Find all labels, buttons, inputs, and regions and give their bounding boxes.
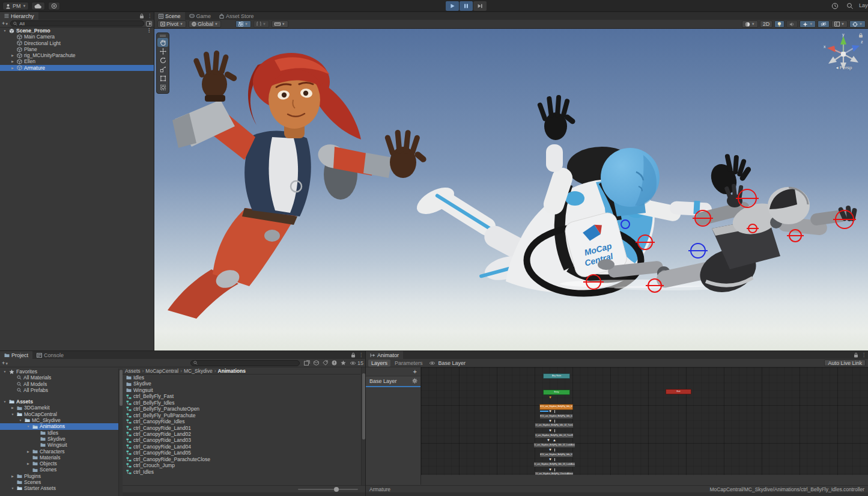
animator-state[interactable]: Any State	[543, 373, 570, 379]
tree-row[interactable]: Materials	[0, 455, 118, 461]
kebab-menu-icon[interactable]: ⋮	[861, 352, 866, 358]
pivot-toggle-button[interactable]: Pivot▼	[157, 20, 186, 28]
file-row[interactable]: ctrl_BellyFly_ParachuteOpen	[123, 406, 360, 412]
animator-state[interactable]: MCU_ani_Skydive_BellyFly_Idle_03_LookAro…	[533, 462, 575, 467]
search-button[interactable]	[846, 2, 854, 10]
camera-overlays-button[interactable]: ▼	[831, 20, 848, 28]
expand-arrow-icon[interactable]: ▶	[10, 58, 15, 64]
tree-row[interactable]: Idles	[0, 430, 118, 436]
transition-arrow[interactable]: ▼	[548, 429, 552, 432]
file-row[interactable]: ctrl_CanopyRide_Land04	[123, 444, 360, 450]
breadcrumb-item[interactable]: Assets ›	[125, 368, 145, 374]
info-icon[interactable]	[332, 360, 337, 366]
layer-settings-button[interactable]	[412, 378, 417, 384]
pause-button[interactable]	[460, 1, 473, 11]
audio-toggle-button[interactable]	[786, 20, 798, 28]
scene-view-tab[interactable]: Game	[185, 12, 216, 20]
hierarchy-row[interactable]: ▶ Ellen	[0, 58, 154, 64]
hierarchy-search-input[interactable]	[19, 21, 141, 26]
scene-view-tab[interactable]: Asset Store	[215, 12, 258, 20]
transition-arrow[interactable]: ▼	[548, 468, 552, 471]
rotate-tool-button[interactable]	[157, 56, 168, 65]
file-row[interactable]: ctrl_Crouch_Jump	[123, 462, 360, 468]
hierarchy-row[interactable]: Directional Light	[0, 40, 154, 46]
2d-toggle-button[interactable]: 2D	[760, 20, 773, 28]
file-row[interactable]: ctrl_BellyFly_Fast	[123, 393, 360, 399]
scene-view-tab[interactable]: Scene	[154, 12, 185, 20]
cloud-button[interactable]	[31, 2, 45, 10]
effects-toggle-button[interactable]: ▼	[800, 20, 816, 28]
auto-live-link-button[interactable]: Auto Live Link	[824, 360, 866, 366]
tree-row[interactable]: ▼ MC_Skydive	[0, 417, 118, 423]
tab-layers[interactable]: Layers	[368, 360, 390, 367]
tree-row[interactable]: ▼ Starter Assets	[0, 485, 118, 491]
transition-arrow[interactable]: ▼	[548, 448, 552, 452]
file-row[interactable]: ctrl_CanopyRide_Land03	[123, 437, 360, 443]
hierarchy-search[interactable]	[10, 20, 144, 26]
tree-scrollbar[interactable]	[118, 369, 123, 496]
gizmos-toggle-button[interactable]: ▼	[849, 20, 866, 28]
project-search[interactable]	[190, 360, 300, 366]
expand-arrow-icon[interactable]: ▼	[2, 369, 7, 375]
lighting-toggle-button[interactable]	[774, 20, 785, 28]
file-row[interactable]: Skydive	[123, 381, 360, 387]
rect-tool-button[interactable]	[157, 74, 168, 83]
tab-hierarchy[interactable]: Hierarchy	[0, 12, 38, 20]
project-console-tab[interactable]: Console	[32, 351, 68, 359]
transition-arrow[interactable]: ▼	[547, 438, 550, 442]
tree-row[interactable]: ▼ Assets	[0, 399, 118, 405]
lock-icon[interactable]	[351, 352, 356, 358]
move-tool-button[interactable]	[157, 47, 168, 56]
create-add-button[interactable]: +▼	[2, 360, 8, 366]
expand-arrow-icon[interactable]: ▼	[10, 411, 15, 417]
favorites-star-icon[interactable]	[341, 360, 346, 366]
file-row[interactable]: Wingsuit	[123, 387, 360, 393]
focus-inspector-icon[interactable]	[304, 360, 310, 366]
undo-history-button[interactable]	[831, 2, 839, 10]
thumbnail-size-slider[interactable]	[298, 489, 358, 490]
expand-arrow-icon[interactable]: ▼	[2, 399, 7, 405]
global-toggle-button[interactable]: Global▼	[189, 20, 221, 28]
animator-state[interactable]: Exit	[666, 389, 691, 394]
services-button[interactable]	[48, 2, 60, 10]
animator-state[interactable]: MCU_ani_Skydive_BellyFly_ChecksAltimeter	[535, 471, 574, 475]
file-scrollbar[interactable]	[361, 367, 365, 485]
transition-arrow[interactable]: ▼	[548, 458, 552, 461]
file-row[interactable]: ctrl_BellyFly_Idles	[123, 400, 360, 406]
expand-arrow-icon[interactable]: ▶	[26, 449, 31, 455]
hierarchy-row[interactable]: ▶ rig_MCUnityParachute	[0, 52, 154, 58]
graph-breadcrumb[interactable]: Base Layer	[439, 360, 466, 366]
tree-row[interactable]: Skydive	[0, 436, 118, 442]
expand-arrow-icon[interactable]: ▶	[10, 65, 15, 71]
animator-state[interactable]: MCU_ani_Skydive_BellyFly_Idle_01	[539, 404, 573, 410]
hierarchy-row[interactable]: ▼ Scene_Promo ⋮	[0, 28, 154, 34]
tree-row[interactable]: All Models	[0, 381, 118, 387]
animator-state[interactable]: Entry	[543, 390, 570, 395]
transition-arrow[interactable]: ▼	[548, 419, 552, 423]
gizmo-lock-icon[interactable]	[859, 33, 863, 37]
project-search-input[interactable]	[199, 360, 297, 366]
step-button[interactable]	[473, 1, 487, 11]
tree-row[interactable]: All Prefabs	[0, 387, 118, 393]
tree-row[interactable]: ▶ Objects	[0, 461, 118, 467]
tree-row[interactable]: Wingsuit	[0, 442, 118, 448]
tree-row[interactable]: ▶ Characters	[0, 449, 118, 455]
transition-arrow[interactable]: ▼	[548, 396, 552, 399]
label-tag-icon[interactable]	[323, 360, 328, 366]
file-row[interactable]: ctrl_CanopyRide_ParachuteClose	[123, 456, 360, 462]
file-row[interactable]: ctrl_CanopyRide_Land02	[123, 431, 360, 437]
tab-animator[interactable]: Animator	[366, 351, 403, 359]
animator-state[interactable]: MCU_ani_Skydive_BellyFly_Idle_02_TurnRig…	[535, 433, 574, 438]
tree-row[interactable]: ▼ MoCapCentral	[0, 411, 118, 417]
scene-viewport[interactable]: MoCap Central	[154, 29, 868, 351]
expand-arrow-icon[interactable]: ▶	[10, 473, 15, 479]
kebab-menu-icon[interactable]: ⋮	[147, 28, 151, 34]
transition-arrow[interactable]: ▲	[553, 438, 556, 442]
hierarchy-row[interactable]: Plane	[0, 46, 154, 52]
animator-state[interactable]: MCU_ani_Skydive_BellyFly_Idle_02_TurnLef…	[535, 423, 574, 428]
breadcrumb-item[interactable]: Animations	[218, 368, 246, 374]
projection-mode-label[interactable]: ◂ Persp	[826, 65, 862, 70]
package-icon[interactable]	[314, 360, 319, 366]
hidden-count-toggle[interactable]: 15	[350, 360, 363, 366]
tree-row[interactable]: ▶ 3DGamekit	[0, 405, 118, 411]
